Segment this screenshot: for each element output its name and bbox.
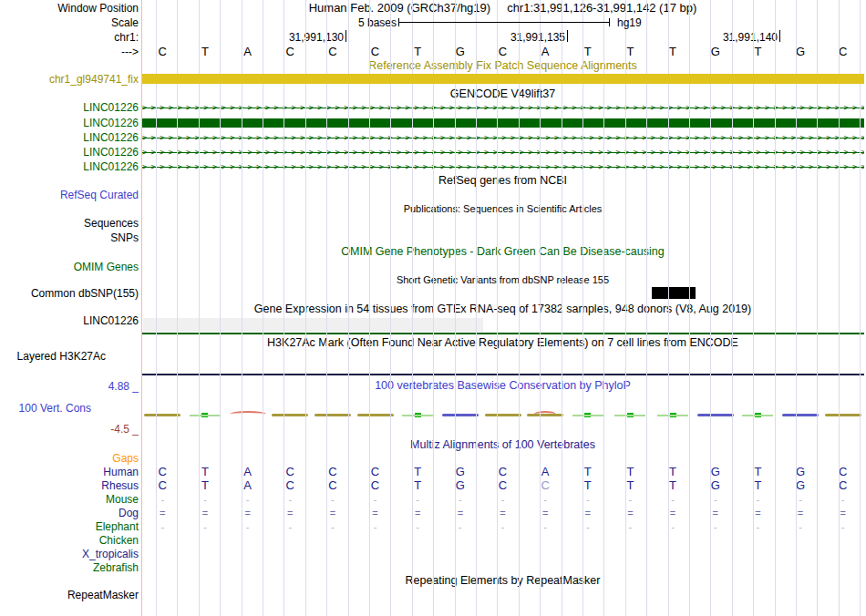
track-label-linc01226-9[interactable]: LINC01226 bbox=[0, 160, 139, 173]
sequence-base: T bbox=[584, 46, 592, 58]
track-label-x-tropicalis-27[interactable]: X_tropicalis bbox=[0, 548, 139, 560]
phylop-mark-olive bbox=[314, 414, 351, 416]
track-label-elephant-25[interactable]: Elephant bbox=[0, 520, 139, 533]
gtex-expression-box[interactable] bbox=[143, 318, 483, 332]
track-title-reference-assembly-fix-patch[interactable]: Reference Assembly Fix Patch Sequence Al… bbox=[141, 59, 864, 73]
track-label-x-3[interactable]: ---> bbox=[0, 46, 139, 58]
multiz-cell-mouse: - bbox=[459, 493, 462, 506]
multiz-cell-rhesus: C bbox=[499, 479, 507, 492]
track-label-dog-24[interactable]: Dog bbox=[0, 507, 139, 519]
track-label-linc01226-15[interactable]: LINC01226 bbox=[0, 314, 139, 327]
ruler-tick-mark bbox=[779, 30, 780, 42]
multiz-cell-dog: = bbox=[798, 507, 803, 519]
track-title-publications-sequences-in-scientific[interactable]: Publications: Sequences in Scientific Ar… bbox=[141, 202, 864, 216]
multiz-cell-elephant: - bbox=[160, 520, 164, 533]
fix-patch-bar[interactable] bbox=[142, 74, 864, 84]
phylop-mark-green-line bbox=[402, 415, 433, 416]
track-title-short-genetic-variants-from[interactable]: Short Genetic Variants from dbSNP releas… bbox=[141, 273, 864, 287]
track-label-layered-h3k27ac-16[interactable]: Layered H3K27Ac bbox=[0, 350, 106, 363]
track-label-linc01226-8[interactable]: LINC01226 bbox=[0, 146, 139, 159]
gridline bbox=[305, 0, 306, 616]
multiz-cell-mouse: - bbox=[757, 493, 760, 506]
phylop-mark-olive bbox=[527, 414, 563, 416]
phylop-mark-blue bbox=[697, 414, 734, 416]
track-title-h3k27ac-mark-often-found[interactable]: H3K27Ac Mark (Often Found Near Active Re… bbox=[141, 336, 864, 350]
genome-label: hg19 bbox=[617, 16, 642, 29]
multiz-cell-elephant: - bbox=[629, 520, 633, 533]
genome-browser-image: Human Feb. 2009 (GRCh37/hg19) chr1:31,99… bbox=[0, 0, 866, 616]
track-label-4-88-17[interactable]: 4.88 _ bbox=[0, 380, 139, 393]
multiz-cell-rhesus: T bbox=[584, 479, 592, 492]
track-label-snps-12[interactable]: SNPs bbox=[0, 231, 139, 244]
track-label-100-vert-cons-18[interactable]: 100 Vert. Cons bbox=[0, 402, 91, 415]
track-label-4-5-19[interactable]: -4.5 _ bbox=[0, 423, 139, 436]
gtex-gene-line[interactable] bbox=[142, 333, 864, 334]
track-label-refseq-curated-10[interactable]: RefSeq Curated bbox=[0, 189, 139, 201]
track-title-multiz-alignments-of-100[interactable]: Multiz Alignments of 100 Vertebrates bbox=[141, 438, 864, 452]
track-label-repeatmasker-29[interactable]: RepeatMasker bbox=[0, 589, 139, 601]
track-label-mouse-23[interactable]: Mouse bbox=[0, 493, 139, 506]
phylop-mark-green-line bbox=[190, 415, 221, 416]
multiz-cell-mouse: - bbox=[671, 493, 675, 506]
track-label-scale-1[interactable]: Scale bbox=[0, 16, 139, 29]
phylop-mark-olive bbox=[485, 414, 521, 416]
track-label-gaps-20[interactable]: Gaps bbox=[0, 452, 139, 465]
track-label-linc01226-7[interactable]: LINC01226 bbox=[0, 131, 139, 144]
multiz-cell-human: T bbox=[754, 466, 761, 478]
track-label-chr1-gl949741-fix-4[interactable]: chr1_gl949741_fix bbox=[0, 73, 139, 86]
multiz-cell-human: A bbox=[243, 466, 252, 478]
track-title-100-vertebrates-basewise-conservation[interactable]: 100 vertebrates Basewise Conservation by… bbox=[141, 379, 864, 393]
track-label-linc01226-6[interactable]: LINC01226 bbox=[0, 117, 139, 129]
track-title-refseq-genes-from-ncbi[interactable]: RefSeq genes from NCBI bbox=[141, 174, 864, 188]
multiz-cell-rhesus: G bbox=[456, 479, 465, 492]
multiz-cell-mouse: - bbox=[331, 493, 335, 506]
multiz-cell-mouse: - bbox=[501, 493, 505, 506]
multiz-cell-rhesus: C bbox=[371, 479, 379, 492]
multiz-cell-rhesus: G bbox=[711, 479, 720, 492]
track-title-repeating-elements-by-repeatmasker[interactable]: Repeating Elements by RepeatMasker bbox=[141, 574, 864, 588]
gencode-gene-arrow-line[interactable]: >>>>>>>>>>>>>>>>>>>>>>>>>>>>>>>>>>>>>>>>… bbox=[142, 148, 864, 158]
track-label-chicken-26[interactable]: Chicken bbox=[0, 534, 139, 547]
track-title-gencode-v49lift37[interactable]: GENCODE V49lift37 bbox=[141, 87, 864, 101]
multiz-cell-human: G bbox=[711, 466, 720, 478]
track-label-omim-genes-13[interactable]: OMIM Genes bbox=[0, 261, 139, 273]
multiz-cell-elephant: - bbox=[671, 520, 675, 533]
track-label-human-21[interactable]: Human bbox=[0, 466, 139, 478]
multiz-cell-dog: = bbox=[458, 507, 463, 519]
multiz-cell-dog: = bbox=[585, 507, 591, 519]
multiz-cell-elephant: - bbox=[288, 520, 292, 533]
track-label-chr1-2[interactable]: chr1: bbox=[0, 31, 139, 44]
multiz-cell-rhesus: T bbox=[669, 479, 676, 492]
sequence-base: T bbox=[201, 46, 209, 58]
gridline bbox=[860, 0, 861, 616]
multiz-cell-mouse: - bbox=[203, 493, 207, 506]
track-label-window-position-0[interactable]: Window Position bbox=[0, 2, 139, 15]
track-label-zebrafish-28[interactable]: Zebrafish bbox=[0, 561, 139, 574]
multiz-cell-elephant: - bbox=[501, 520, 505, 533]
multiz-cell-mouse: - bbox=[799, 493, 802, 506]
track-title-omim-gene-phenotypes-dark[interactable]: OMIM Gene Phenotypes - Dark Green Can Be… bbox=[141, 245, 864, 259]
multiz-cell-dog: = bbox=[415, 507, 420, 519]
multiz-cell-dog: = bbox=[202, 507, 208, 519]
gridline bbox=[582, 0, 583, 616]
multiz-cell-rhesus: C bbox=[541, 479, 549, 492]
track-label-linc01226-5[interactable]: LINC01226 bbox=[0, 101, 139, 114]
phylop-mark-blue bbox=[782, 414, 819, 416]
phylop-mark-green-line bbox=[742, 415, 773, 416]
sequence-base: C bbox=[286, 46, 294, 58]
track-label-sequences-11[interactable]: Sequences bbox=[0, 217, 139, 230]
gencode-gene-arrow-line[interactable]: >>>>>>>>>>>>>>>>>>>>>>>>>>>>>>>>>>>>>>>>… bbox=[142, 103, 864, 113]
gridline bbox=[839, 0, 840, 616]
gencode-gene-bar[interactable] bbox=[142, 118, 864, 128]
gridline bbox=[497, 0, 498, 616]
track-label-common-dbsnp-155-14[interactable]: Common dbSNP(155) bbox=[0, 287, 139, 300]
gencode-gene-arrow-line[interactable]: >>>>>>>>>>>>>>>>>>>>>>>>>>>>>>>>>>>>>>>>… bbox=[142, 133, 864, 143]
ruler-number: 31,991,135 bbox=[456, 31, 565, 44]
track-title-gene-expression-in-54[interactable]: Gene Expression in 54 tissues from GTEx … bbox=[141, 303, 864, 316]
gridline bbox=[156, 0, 157, 616]
track-label-rhesus-22[interactable]: Rhesus bbox=[0, 479, 139, 492]
gencode-gene-arrow-line[interactable]: >>>>>>>>>>>>>>>>>>>>>>>>>>>>>>>>>>>>>>>>… bbox=[142, 162, 864, 172]
assembly-label: Human Feb. 2009 (GRCh37/hg19) bbox=[309, 2, 490, 15]
multiz-cell-mouse: - bbox=[246, 493, 250, 506]
sequence-base: G bbox=[456, 46, 465, 58]
